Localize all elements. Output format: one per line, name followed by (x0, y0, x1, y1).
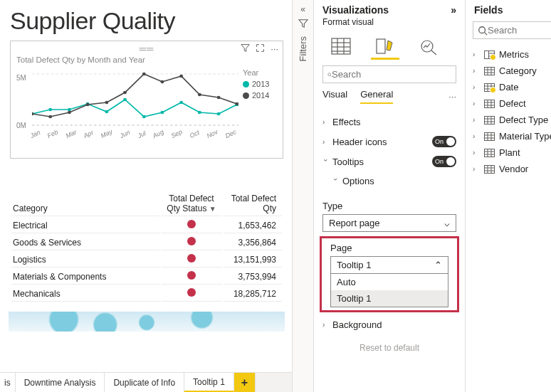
analytics-icon[interactable] (415, 34, 444, 60)
field-table-date[interactable]: › Date (473, 79, 551, 95)
visualizations-pane: Visualizations » Format visual Visual Ge… (314, 0, 466, 392)
legend-swatch (243, 81, 249, 88)
filters-pane-collapsed[interactable]: « Filters (293, 0, 314, 392)
svg-point-21 (160, 80, 164, 83)
section-background[interactable]: ›Background (322, 319, 382, 330)
field-table-defect[interactable]: › Defect (473, 95, 551, 112)
table-row[interactable]: Materials & Components3,753,994 (11, 269, 282, 285)
page-select[interactable]: Tooltip 1 ⌃ (330, 256, 448, 274)
focus-mode-icon[interactable] (256, 43, 265, 55)
fields-search-input[interactable] (488, 25, 551, 36)
field-table-plant[interactable]: › Plant (473, 144, 551, 161)
chevron-down-icon: › (332, 179, 340, 184)
chart-plot-area[interactable]: 5M 0M Jan Feb Mar Apr (16, 68, 238, 139)
x-tick-label: Sep (170, 128, 184, 139)
filter-icon[interactable] (241, 43, 250, 55)
table-row[interactable]: Mechanicals18,285,712 (11, 286, 282, 302)
x-tick-label: Oct (189, 129, 201, 139)
y-tick-label: 5M (16, 74, 26, 82)
pane-title: Fields (474, 4, 503, 16)
legend-item[interactable]: 2014 (243, 91, 277, 100)
category-table[interactable]: Category Total Defect Qty Status ▼ Total… (10, 190, 283, 303)
svg-rect-58 (485, 116, 495, 124)
table-row[interactable]: Goods & Services3,356,864 (11, 235, 282, 250)
svg-point-8 (142, 115, 146, 118)
page-option-tooltip1[interactable]: Tooltip 1 (331, 290, 448, 307)
chevron-right-icon: › (473, 116, 480, 124)
legend-title: Year (243, 68, 277, 77)
build-visual-icon[interactable] (327, 34, 355, 60)
svg-point-19 (123, 91, 127, 94)
chevron-down-icon: › (322, 159, 330, 164)
section-header-icons[interactable]: ›Header icons (322, 137, 387, 147)
svg-point-9 (160, 111, 164, 114)
add-page-button[interactable]: + (234, 373, 256, 392)
svg-point-35 (328, 73, 331, 75)
format-visual-icon[interactable] (371, 34, 399, 60)
column-header-status[interactable]: Total Defect Qty Status ▼ (161, 191, 222, 216)
collapse-icon[interactable]: « (293, 4, 313, 14)
chart-legend: Year 2013 2014 (238, 68, 277, 139)
chevron-up-icon: ⌃ (434, 260, 442, 270)
svg-point-37 (479, 26, 486, 33)
page-tab[interactable]: Downtime Analysis (16, 373, 105, 392)
section-options[interactable]: ›Options (332, 176, 374, 186)
tab-general[interactable]: General (360, 89, 393, 104)
chevron-right-icon: › (473, 51, 480, 58)
svg-point-22 (179, 75, 183, 78)
svg-rect-63 (485, 132, 495, 140)
page-tab[interactable]: Tooltip 1 (184, 373, 234, 392)
format-search-input[interactable] (332, 69, 451, 80)
x-tick-label: Feb (46, 128, 59, 139)
type-select[interactable]: Report page ⌵ (322, 214, 456, 232)
legend-item[interactable]: 2013 (243, 80, 277, 88)
drag-handle-icon[interactable]: ══ (140, 43, 154, 54)
field-table-defect-type[interactable]: › Defect Type (473, 112, 551, 128)
x-tick-label: Apr (83, 129, 95, 139)
section-tooltips[interactable]: ›Tooltips (322, 157, 364, 167)
field-table-material-type[interactable]: › Material Type (473, 128, 551, 144)
column-header-category[interactable]: Category (11, 191, 159, 216)
report-canvas: Supplier Quality ══ ··· Total Defect Qty… (0, 0, 293, 392)
header-icons-toggle[interactable]: On (432, 136, 456, 147)
page-option-auto[interactable]: Auto (331, 274, 448, 290)
page-tab[interactable]: Duplicate of Info (105, 373, 184, 392)
table-row[interactable]: Electrical1,653,462 (11, 218, 282, 233)
field-table-metrics[interactable]: › Metrics (473, 46, 551, 63)
status-dot-icon (187, 220, 196, 228)
tooltips-toggle[interactable]: On (432, 156, 456, 167)
table-row[interactable]: Logistics13,151,993 (11, 252, 282, 267)
reset-to-default[interactable]: Reset to default (314, 343, 465, 354)
expand-icon[interactable]: » (451, 4, 456, 16)
map-visual[interactable] (9, 312, 285, 332)
page-dropdown: Auto Tooltip 1 (330, 274, 448, 307)
status-dot-icon (187, 271, 196, 280)
svg-rect-32 (377, 39, 385, 53)
page-tabs: is Downtime Analysis Duplicate of Info T… (0, 372, 292, 392)
fields-search[interactable] (473, 21, 551, 39)
x-tick-label: Aug (152, 128, 165, 139)
tab-visual[interactable]: Visual (322, 89, 347, 104)
format-search[interactable] (322, 65, 456, 83)
field-table-category[interactable]: › Category (473, 63, 551, 79)
chevron-right-icon: › (473, 83, 480, 91)
column-header-qty[interactable]: Total Defect Qty (224, 191, 282, 216)
section-effects[interactable]: ›Effects (322, 117, 361, 127)
x-tick-label: Nov (206, 128, 219, 139)
svg-line-38 (485, 32, 488, 35)
pane-subtitle: Format visual (314, 17, 465, 31)
svg-point-11 (198, 111, 201, 114)
more-options-icon[interactable]: ··· (448, 91, 456, 102)
field-table-vendor[interactable]: › Vendor (473, 161, 551, 177)
legend-swatch (243, 92, 249, 99)
chevron-right-icon: › (322, 321, 328, 329)
page-tab-truncated[interactable]: is (0, 373, 16, 392)
line-chart-visual[interactable]: ══ ··· Total Defect Qty by Month and Yea… (10, 41, 283, 159)
status-dot-icon (187, 288, 196, 297)
status-dot-icon (187, 237, 196, 245)
svg-point-10 (179, 101, 183, 104)
more-options-icon[interactable]: ··· (271, 43, 278, 55)
table-icon (484, 149, 495, 157)
y-tick-label: 0M (16, 122, 26, 129)
svg-line-34 (431, 51, 436, 55)
